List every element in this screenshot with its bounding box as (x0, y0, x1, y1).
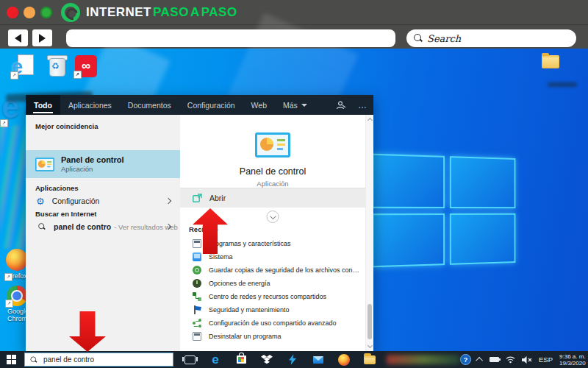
redacted-smudge (548, 82, 577, 87)
blurred-taskbar-icons (387, 355, 460, 364)
window-close-button[interactable] (7, 7, 18, 18)
lightning-icon (289, 354, 297, 365)
help-tray-button[interactable]: ? (460, 354, 471, 365)
tab-aplicaciones[interactable]: Aplicaciones (60, 95, 120, 115)
battery-icon[interactable] (490, 357, 499, 362)
dropbox-button[interactable] (260, 353, 273, 367)
chevron-down-icon (270, 213, 276, 219)
desktop-icon-recycle-bin[interactable]: ♻ (47, 52, 66, 76)
tab-mas[interactable]: Más (275, 95, 315, 115)
best-match-subtitle: Aplicación (61, 165, 124, 173)
firefox-button[interactable] (337, 353, 351, 367)
desktop-icon-adobe-creative-cloud[interactable]: ∞ ↗ (75, 55, 97, 77)
desktop-icon-firefox[interactable]: ↗ Firefox (6, 249, 28, 280)
security-flag-icon (193, 305, 201, 314)
network-sharing-icon (193, 292, 201, 301)
browser-search-placeholder: Search (427, 33, 461, 44)
window-zoom-button[interactable] (40, 7, 52, 18)
browser-titlebar: INTERNETPASOAPASO (0, 0, 588, 24)
start-button[interactable] (0, 351, 23, 368)
logo-word-internet: INTERNET (86, 5, 151, 19)
windows-logo-pane (449, 156, 515, 208)
logo-word-a: A (190, 5, 200, 19)
windows-start-icon (7, 355, 16, 364)
recent-item-security-maintenance[interactable]: Seguridad y mantenimiento (180, 303, 365, 316)
logo-word-paso2: PASO (201, 5, 237, 19)
logo-word-paso1: PASO (153, 5, 189, 19)
back-button[interactable] (8, 29, 28, 46)
wallpaper-windows-logo (372, 154, 515, 268)
taskbar-search-box[interactable]: panel de contro (24, 353, 173, 367)
store-button[interactable] (234, 353, 248, 367)
control-panel-icon-large (255, 132, 290, 158)
mail-button[interactable] (312, 353, 325, 367)
search-icon (414, 34, 423, 43)
desktop-icon-internet-explorer[interactable]: e ↗ (12, 54, 34, 78)
shortcut-arrow-icon: ↗ (4, 273, 12, 281)
scrollbar-thumb[interactable] (368, 304, 372, 339)
best-match-result[interactable]: Panel de control Aplicación (26, 150, 180, 178)
advanced-sharing-icon (193, 319, 201, 328)
system-tray: ? ESP 9:36 a. m. 19/3/2020 (460, 353, 586, 367)
tab-configuracion[interactable]: Configuración (179, 95, 243, 115)
windows-logo-pane (372, 154, 444, 208)
dropbox-icon (261, 355, 273, 365)
result-web-search[interactable]: panel de contro - Ver resultados web (26, 219, 180, 235)
clock[interactable]: 9:36 a. m. 19/3/2020 (559, 353, 586, 367)
recent-item-uninstall[interactable]: Desinstalar un programa (180, 330, 365, 343)
tray-chevron-up-icon[interactable] (476, 357, 483, 364)
file-history-icon (193, 266, 201, 275)
search-icon (38, 223, 46, 230)
desktop-icon-folder[interactable] (542, 55, 559, 68)
shortcut-arrow-icon: ↗ (74, 71, 82, 79)
task-view-button[interactable] (183, 353, 196, 367)
recent-item-power-options[interactable]: Opciones de energía (180, 277, 365, 290)
firefox-icon (338, 354, 350, 366)
wifi-icon[interactable] (506, 356, 515, 364)
shortcut-arrow-icon: ↗ (5, 300, 13, 308)
user-icon (336, 100, 346, 110)
feedback-user-button[interactable] (330, 95, 352, 115)
recent-item-advanced-sharing[interactable]: Configuración de uso compartido avanzado (180, 316, 365, 330)
browser-navbar: Search (0, 24, 588, 49)
address-bar[interactable] (66, 29, 395, 47)
settings-gear-icon: ⚙ (36, 197, 45, 206)
power-options-icon (193, 279, 201, 288)
desktop-icon-chrome[interactable]: ↗ Google Chrome (7, 286, 27, 322)
more-options-button[interactable]: … (352, 95, 373, 115)
search-panel-body: Mejor coincidencia Panel de control Apli… (26, 115, 373, 351)
open-icon (193, 194, 202, 202)
internetpasoapaso-logo: INTERNETPASOAPASO (86, 5, 237, 20)
folder-icon (364, 355, 376, 364)
result-configuracion[interactable]: ⚙ Configuración (26, 193, 180, 209)
task-view-icon (184, 355, 196, 364)
lightning-app-button[interactable] (286, 353, 299, 367)
expand-chevron-button[interactable] (267, 210, 279, 223)
browser-search-box[interactable]: Search (406, 29, 576, 47)
panel-scrollbar[interactable] (365, 115, 373, 351)
volume-muted-icon[interactable] (522, 356, 532, 364)
shortcut-arrow-icon: ↗ (10, 71, 18, 79)
forward-button[interactable] (32, 29, 52, 46)
apps-section-header: Aplicaciones (26, 184, 79, 192)
windows-logo-pane (372, 213, 444, 268)
firefox-icon: ↗ (6, 249, 28, 271)
taskbar-icons: e (183, 353, 376, 367)
edge-button[interactable]: e (209, 353, 222, 367)
tab-web[interactable]: Web (243, 95, 275, 115)
tab-documentos[interactable]: Documentos (120, 95, 179, 115)
best-match-title: Panel de control (61, 155, 124, 164)
best-match-header: Mejor coincidencia (26, 122, 180, 130)
open-button[interactable]: Abrir (180, 188, 365, 208)
taskbar: panel de contro e ? (0, 351, 588, 368)
tab-todo[interactable]: Todo (26, 95, 60, 115)
window-minimize-button[interactable] (24, 7, 35, 18)
scroll-up-icon (368, 118, 373, 123)
recent-item-file-history[interactable]: Guardar copias de seguridad de los archi… (180, 263, 365, 277)
recent-item-network-center[interactable]: Centro de redes y recursos compartidos (180, 290, 365, 303)
file-explorer-button[interactable] (363, 353, 376, 367)
language-indicator[interactable]: ESP (539, 355, 553, 364)
mail-icon (313, 356, 323, 364)
redacted-scribble (0, 125, 26, 249)
back-icon (15, 34, 21, 43)
